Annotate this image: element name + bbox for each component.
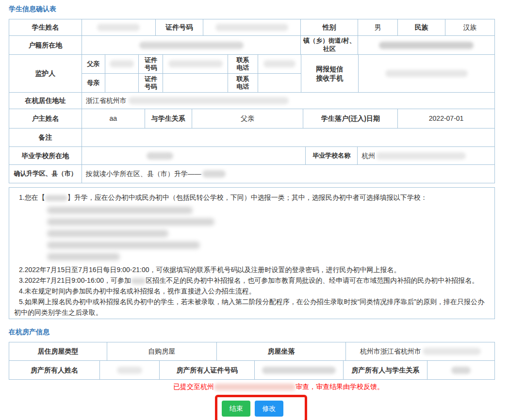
remark-value [82,129,495,147]
owner-name-value [100,361,160,380]
redacted-sms-phone [385,70,468,77]
sms-phone-value [359,55,495,93]
redacted-cert-no [215,24,288,31]
table-row: 毕业学校所在地 毕业学校名称 杭州 [9,147,495,165]
note-item-4: 4.未在规定时间内参加民办初中报名或补招报名，视作直接进入公办招生流程。 [13,286,491,296]
father-name-value [105,55,139,74]
table-row: 房产所有人姓名 房产所有人证件号码 房产所有人与学生关系 [9,361,495,380]
sms-phone-label: 网报短信 接收手机 [301,55,359,93]
redacted-house-location [423,348,481,355]
house-location-prefix: 杭州市浙江省杭州市 [360,347,421,355]
redacted-father-phone [263,60,296,67]
father-cert-value [163,55,228,74]
grad-school-name-value: 杭州 [358,147,495,165]
notes-box: 1.您在【】升学，应在公办初中或民办初中（包括民转公学校，下同）中选报一类；其中… [9,187,495,319]
house-location-value: 杭州市浙江省杭州市 [346,342,495,361]
house-type-value: 自购房屋 [107,342,217,361]
owner-cert-value [255,361,344,380]
grad-school-loc-value [82,147,306,165]
grad-school-name-prefix: 杭州 [361,151,375,160]
relation-label: 与学生关系 [145,109,192,129]
remark-label: 备注 [9,129,82,147]
town-label: 镇（乡）街道/村、 社区 [301,36,358,55]
mother-cert-label: 证件 号码 [139,74,163,93]
owner-name-label: 房产所有人姓名 [9,361,100,380]
grad-school-name-label: 毕业学校名称 [306,147,358,165]
owner-relation-label: 房产所有人与学生关系 [344,361,427,380]
father-phone-label: 联系 电话 [228,55,258,74]
mother-phone-label: 联系 电话 [228,74,258,93]
property-info-table: 居住房屋类型 自购房屋 房屋坐落 杭州市浙江省杭州市 房产所有人姓名 房产所有人… [9,342,495,380]
redacted-owner-name [117,367,142,374]
table-row: 在杭居住地址 浙江省杭州市 [9,93,495,109]
hz-address-label: 在杭居住地址 [9,93,82,109]
table-row: 监护人 父亲 证件 号码 联系 电话 母亲 证件 号码 [9,55,495,93]
redacted-note-district [45,195,67,201]
ethnic-value: 汉族 [445,19,495,36]
note-item-3: 3.2022年7月21日9:00-16:00，可参加区招生不足的民办初中补招报名… [13,275,491,286]
redacted-father-cert [168,60,223,67]
redacted-town [379,42,474,49]
modify-button[interactable]: 修改 [255,401,283,417]
gender-value: 男 [358,19,398,36]
student-info-title: 学生信息确认表 [9,0,495,14]
guardian-label: 监护人 [9,55,82,93]
cert-no-value [203,19,301,36]
student-name-label: 学生姓名 [9,19,82,36]
table-row: 备注 [9,129,495,147]
redacted-line [47,230,168,237]
student-name-value [82,19,156,36]
redacted-father-name [110,60,134,67]
owner-cert-label: 房产所有人证件号码 [160,361,255,380]
guardian-inner-table: 父亲 证件 号码 联系 电话 母亲 证件 号码 联系 电话 [82,55,301,93]
finish-button[interactable]: 结束 [222,401,250,417]
redacted-student-name [97,24,140,31]
owner-relation-value [427,361,495,380]
redacted-line [47,242,200,249]
redacted-line [47,207,193,214]
table-row: 学生姓名 证件号码 性别 男 民族 汉族 [9,19,495,36]
mother-label: 母亲 [82,74,105,93]
annotation-red-box: 结束 修改 [215,395,307,420]
registry-value [82,36,301,55]
redacted-school-list [47,207,491,260]
father-cert-label: 证件 号码 [139,55,163,74]
house-type-label: 居住房屋类型 [9,342,107,361]
mother-name-value [105,74,139,93]
mother-phone-value [258,74,301,93]
redacted-status-school [214,384,296,390]
householder-label: 户主姓名 [9,109,82,129]
town-value [358,36,495,55]
student-info-table: 学生姓名 证件号码 性别 男 民族 汉族 户籍所在地 镇（乡）街道/村、 社区 … [9,19,495,183]
registry-label: 户籍所在地 [9,36,82,55]
table-row: 确认升学区、县（市） 按就读小学所在区、县（市）升学—— [9,165,495,183]
redacted-confirm-district [202,170,226,178]
father-row: 父亲 证件 号码 联系 电话 [82,55,301,74]
relation-value: 父亲 [192,109,304,129]
table-row: 户主姓名 aa 与学生关系 父亲 学生落户(迁入)日期 2022-07-01 [9,109,495,129]
grad-school-loc-label: 毕业学校所在地 [9,147,82,165]
redacted-grad-school-loc [147,152,173,160]
hz-address-value: 浙江省杭州市 [82,93,495,109]
house-location-label: 房屋坐落 [217,342,346,361]
settle-date-label: 学生落户(迁入)日期 [303,109,398,129]
redacted-grad-school-name [376,152,466,160]
confirm-district-label: 确认升学区、县（市） [9,165,82,183]
redacted-owner-relation [451,367,471,374]
status-text: 已提交至杭州审查，审查结果由学校反馈。 [9,383,495,391]
ethnic-label: 民族 [398,19,445,36]
redacted-hz-address [129,97,289,104]
table-row: 户籍所在地 镇（乡）街道/村、 社区 [9,36,495,55]
householder-value: aa [82,109,145,129]
table-row: 居住房屋类型 自购房屋 房屋坐落 杭州市浙江省杭州市 [9,342,495,361]
settle-date-value: 2022-07-01 [398,109,495,129]
cert-no-label: 证件号码 [156,19,203,36]
confirm-district-value: 按就读小学所在区、县（市）升学—— [82,165,495,183]
redacted-line [47,253,120,260]
redacted-line [47,218,214,226]
redacted-owner-cert [262,367,336,374]
note-item-5: 5.如果网上报名民办初中或补招报名民办初中的学生，若未被录取，纳入第二阶段分配程… [13,296,491,318]
redacted-registry [139,42,244,49]
father-label: 父亲 [82,55,105,74]
mother-row: 母亲 证件 号码 联系 电话 [82,74,301,93]
